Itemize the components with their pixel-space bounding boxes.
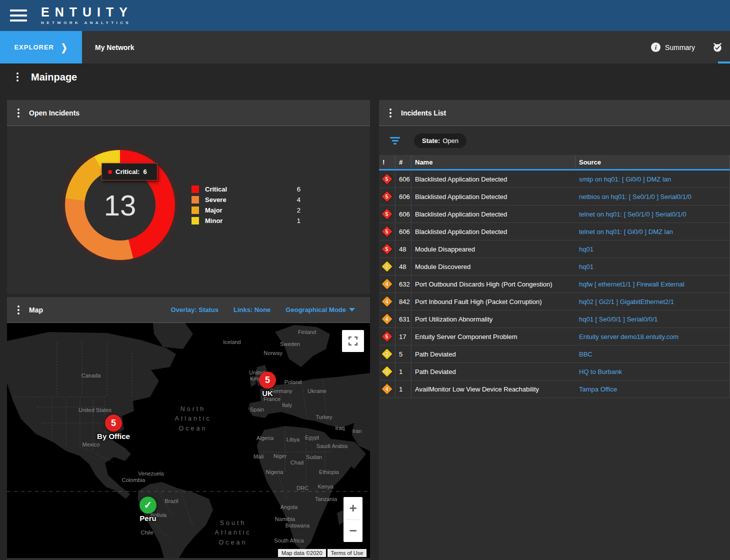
- map-attribution: Map data ©2020 Terms of Use: [278, 549, 366, 557]
- legend-value: 1: [297, 217, 300, 224]
- marker-label: Peru: [140, 514, 156, 522]
- incident-source-link[interactable]: smtp on hq01: [ Gi0/0 ] DMZ lan: [579, 176, 671, 183]
- map-link[interactable]: Geographical Mode: [286, 306, 346, 314]
- severity-diamond-icon: 3: [382, 348, 393, 360]
- incident-source-link[interactable]: hq02 [ Gi2/1 ] GigabitEthernet2/1: [579, 298, 674, 306]
- map-zoom-control: + −: [344, 497, 362, 542]
- incident-count-cell: 606: [396, 170, 412, 188]
- severity-cell: 5: [379, 188, 396, 206]
- incident-source-link[interactable]: hq01: [579, 246, 594, 253]
- tab-my-network[interactable]: My Network: [82, 31, 148, 64]
- incident-source-link[interactable]: netbios on hq01: [ Se0/1/0 ] Serial0/1/0: [579, 193, 692, 200]
- marker-bubble: 5: [259, 372, 276, 388]
- info-icon: i: [651, 42, 660, 52]
- incident-name-cell[interactable]: Blacklisted Application Detected: [412, 206, 576, 223]
- severity-diamond-icon: 5: [382, 331, 393, 342]
- summary-button[interactable]: i Summary: [651, 42, 695, 52]
- incident-name-cell[interactable]: Port Inbound Fault High (Packet Corrupti…: [412, 293, 576, 310]
- incident-count-cell: 1: [396, 363, 412, 380]
- hamburger-menu-icon[interactable]: [10, 10, 27, 22]
- incident-name-cell[interactable]: Blacklisted Application Detected: [412, 170, 576, 188]
- severity-diamond-icon: 2: [382, 261, 393, 272]
- chevron-down-icon: [349, 308, 355, 312]
- map-country-label: Angola: [280, 504, 298, 510]
- legend-item[interactable]: Severe 4: [192, 194, 300, 205]
- map-menu-icon[interactable]: [16, 304, 21, 316]
- incident-source-link[interactable]: Tampa Office: [579, 386, 617, 393]
- explorer-label: EXPLORER: [14, 44, 54, 51]
- map-country-label: Poland: [284, 379, 302, 385]
- map-country-label: Iraq: [336, 425, 345, 431]
- incident-name-cell[interactable]: Port Utilization Abnormality: [412, 310, 576, 328]
- legend-value: 2: [297, 206, 300, 214]
- map-country-label: Mali: [254, 454, 264, 460]
- map-link[interactable]: Links: None: [234, 306, 270, 314]
- severity-cell: 3: [379, 346, 396, 363]
- column-header-count[interactable]: #: [396, 155, 412, 170]
- zoom-in-button[interactable]: +: [344, 497, 362, 520]
- severity-cell: 5: [379, 206, 396, 223]
- severity-diamond-icon: 3: [382, 366, 393, 378]
- map-marker[interactable]: 5 UK: [259, 372, 276, 398]
- incident-name-cell[interactable]: Blacklisted Application Detected: [412, 188, 576, 206]
- explorer-button[interactable]: EXPLORER ❯: [0, 31, 82, 64]
- events-alarm-button[interactable]: [712, 42, 723, 53]
- incident-name-cell[interactable]: Module Discovered: [412, 258, 576, 276]
- legend-label: Severe: [205, 196, 226, 204]
- incident-count-cell: 842: [396, 293, 412, 310]
- state-filter-pill[interactable]: State:Open: [414, 134, 466, 148]
- map-country-label: North Atlantic Ocean: [175, 404, 212, 434]
- map-country-label: South Africa: [274, 538, 304, 544]
- legend-item[interactable]: Major 2: [192, 205, 300, 216]
- terms-of-use-link[interactable]: Terms of Use: [328, 549, 367, 557]
- map-country-label: Egypt: [305, 434, 319, 440]
- legend-swatch: [192, 186, 199, 193]
- zoom-out-button[interactable]: −: [344, 520, 362, 542]
- incident-source-link[interactable]: hq01: [579, 263, 594, 270]
- column-header-name[interactable]: Name: [412, 155, 576, 170]
- map-marker[interactable]: 5 By Office: [97, 414, 130, 440]
- legend-item[interactable]: Minor 1: [192, 216, 300, 226]
- map-marker[interactable]: ✓ Peru: [140, 496, 156, 522]
- incident-name-cell[interactable]: Path Deviated: [412, 363, 576, 380]
- incident-count-cell: 17: [396, 328, 412, 346]
- incident-source-link[interactable]: hqfw [ ethernet1/1 ] Firewall External: [579, 280, 684, 288]
- incident-source-link[interactable]: HQ to Burbank: [579, 368, 622, 376]
- legend-label: Minor: [205, 217, 222, 224]
- open-incidents-panel: Open Incidents 13 Critical: 6 Critical: [7, 100, 370, 294]
- incident-name-cell[interactable]: Port Outbound Discards High (Port Conges…: [412, 276, 576, 293]
- mainpage-menu-icon[interactable]: [15, 71, 20, 83]
- world-map[interactable]: Canada United States Mexico North Atlant…: [7, 323, 370, 558]
- map-country-label: United States: [78, 407, 112, 413]
- severity-cell: 5: [379, 240, 396, 258]
- incident-source-cell: hq01 [ Se0/0/1 ] Serial0/0/1: [576, 310, 730, 328]
- map-country-label: Colombia: [122, 477, 145, 483]
- open-incidents-menu-icon[interactable]: [16, 107, 21, 119]
- incident-source-cell: BBC: [576, 346, 730, 363]
- legend-item[interactable]: Critical 6: [192, 184, 300, 194]
- filter-icon[interactable]: [388, 135, 402, 146]
- incidents-list-title: Incidents List: [401, 109, 446, 117]
- incident-source-link[interactable]: telnet on hq01: [ Se0/1/0 ] Serial0/1/0: [579, 210, 686, 218]
- incident-count-cell: 1: [396, 380, 412, 398]
- incidents-list-menu-icon[interactable]: [388, 107, 393, 119]
- incident-name-cell[interactable]: Path Deviated: [412, 346, 576, 363]
- tooltip-critical-dot: [108, 170, 112, 174]
- incident-name-cell[interactable]: Blacklisted Application Detected: [412, 223, 576, 240]
- incident-name-cell[interactable]: AvailMonitor Low View Device Reachabilit…: [412, 380, 576, 398]
- map-fullscreen-button[interactable]: [342, 330, 364, 352]
- map-country-label: Namibia: [275, 516, 295, 522]
- map-link[interactable]: Overlay: Status: [171, 306, 218, 314]
- chart-tooltip: Critical: 6: [102, 163, 158, 180]
- incident-name-cell[interactable]: Module Disappeared: [412, 240, 576, 258]
- incident-count-cell: 606: [396, 188, 412, 206]
- incident-source-link[interactable]: telnet on hq01: [ Gi0/0 ] DMZ lan: [579, 228, 673, 236]
- summary-label: Summary: [665, 44, 695, 52]
- incident-source-link[interactable]: hq01 [ Se0/0/1 ] Serial0/0/1: [579, 316, 658, 323]
- incident-source-link[interactable]: Entuity server demo18.entuity.com: [579, 333, 678, 340]
- incident-name-cell[interactable]: Entuity Server Component Problem: [412, 328, 576, 346]
- column-header-severity[interactable]: !: [379, 155, 396, 170]
- incident-source-cell: netbios on hq01: [ Se0/1/0 ] Serial0/1/0: [576, 188, 730, 206]
- column-header-source[interactable]: Source: [576, 155, 730, 170]
- incident-source-link[interactable]: BBC: [579, 350, 592, 358]
